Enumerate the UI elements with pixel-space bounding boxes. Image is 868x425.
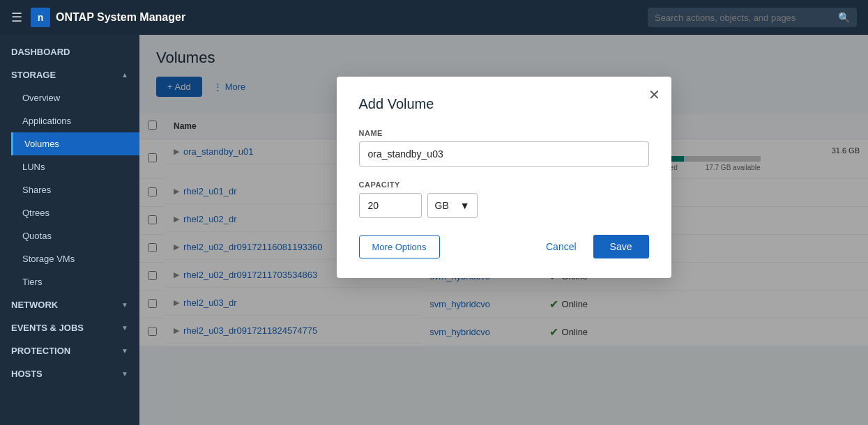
sidebar-item-volumes[interactable]: Volumes	[11, 132, 139, 155]
sidebar-item-label: Storage VMs	[22, 254, 75, 264]
sidebar-item-hosts-header[interactable]: HOSTS ▼	[0, 362, 139, 385]
sidebar-item-label: Quotas	[22, 231, 52, 241]
sidebar-item-dashboard[interactable]: DASHBOARD	[0, 40, 139, 63]
capacity-row: GB ▼	[359, 193, 649, 218]
main-layout: DASHBOARD STORAGE ▲ Overview Application…	[0, 35, 868, 425]
modal-title: Add Volume	[359, 96, 649, 112]
sidebar-item-luns[interactable]: LUNs	[11, 155, 139, 178]
sidebar-item-quotas[interactable]: Quotas	[11, 224, 139, 247]
sidebar-item-storage-vms[interactable]: Storage VMs	[11, 247, 139, 270]
name-label: NAME	[359, 129, 649, 137]
sidebar-item-tiers[interactable]: Tiers	[11, 270, 139, 293]
capacity-label: CAPACITY	[359, 180, 649, 189]
sidebar-item-events-header[interactable]: EVENTS & JOBS ▼	[0, 316, 139, 339]
chevron-down-icon: ▼	[460, 200, 470, 211]
chevron-up-icon: ▲	[121, 71, 128, 79]
sidebar-item-label: Applications	[22, 116, 71, 126]
sidebar-item-shares[interactable]: Shares	[11, 178, 139, 201]
sidebar-item-protection-header[interactable]: PROTECTION ▼	[0, 339, 139, 362]
add-volume-modal: ✕ Add Volume NAME CAPACITY GB ▼	[337, 77, 671, 278]
sidebar-dashboard-label: DASHBOARD	[11, 47, 70, 57]
sidebar-item-label: Tiers	[22, 277, 42, 287]
capacity-input[interactable]	[359, 193, 422, 218]
search-input[interactable]	[655, 13, 838, 23]
sidebar-item-label: Shares	[22, 185, 51, 195]
chevron-down-icon: ▼	[121, 301, 128, 309]
sidebar-storage-label: STORAGE	[11, 70, 56, 80]
capacity-form-group: CAPACITY GB ▼	[359, 180, 649, 218]
more-options-button[interactable]: More Options	[359, 235, 440, 258]
content-area: Volumes + Add ⋮ More Name Storage VM Sta…	[139, 35, 868, 425]
search-bar[interactable]: 🔍	[648, 8, 857, 27]
name-form-group: NAME	[359, 129, 649, 167]
chevron-down-icon: ▼	[121, 347, 128, 355]
app-title: ONTAP System Manager	[56, 11, 185, 24]
sidebar: DASHBOARD STORAGE ▲ Overview Application…	[0, 35, 139, 425]
sidebar-item-storage-header[interactable]: STORAGE ▲	[0, 63, 139, 86]
sidebar-protection-label: PROTECTION	[11, 346, 70, 356]
chevron-down-icon: ▼	[121, 324, 128, 332]
sidebar-events-label: EVENTS & JOBS	[11, 323, 84, 333]
chevron-down-icon: ▼	[121, 370, 128, 378]
sidebar-item-qtrees[interactable]: Qtrees	[11, 201, 139, 224]
sidebar-storage-items: Overview Applications Volumes LUNs Share…	[0, 86, 139, 293]
sidebar-item-overview[interactable]: Overview	[11, 86, 139, 109]
sidebar-item-label: LUNs	[22, 162, 45, 172]
modal-overlay: ✕ Add Volume NAME CAPACITY GB ▼	[139, 35, 868, 425]
hamburger-icon[interactable]: ☰	[11, 10, 22, 25]
close-button[interactable]: ✕	[648, 88, 660, 102]
capacity-unit-select[interactable]: GB ▼	[427, 193, 478, 218]
save-button[interactable]: Save	[593, 235, 649, 258]
capacity-unit-label: GB	[435, 200, 449, 211]
search-icon: 🔍	[838, 12, 850, 23]
sidebar-item-network-header[interactable]: NETWORK ▼	[0, 293, 139, 316]
sidebar-item-label: Overview	[22, 93, 60, 103]
top-nav: ☰ n ONTAP System Manager 🔍	[0, 0, 868, 35]
sidebar-item-applications[interactable]: Applications	[11, 109, 139, 132]
sidebar-network-label: NETWORK	[11, 300, 58, 310]
cancel-button[interactable]: Cancel	[538, 235, 585, 258]
logo-icon: n	[31, 8, 50, 27]
sidebar-item-label: Volumes	[24, 139, 59, 149]
logo-area: n ONTAP System Manager	[31, 8, 648, 27]
name-input[interactable]	[359, 141, 649, 167]
sidebar-item-label: Qtrees	[22, 208, 50, 218]
modal-footer: More Options Cancel Save	[359, 235, 649, 258]
sidebar-hosts-label: HOSTS	[11, 369, 43, 379]
